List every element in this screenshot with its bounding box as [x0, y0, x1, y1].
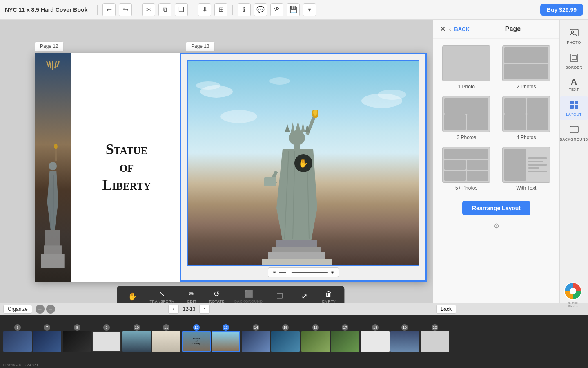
- svg-rect-26: [262, 259, 332, 265]
- cut-button[interactable]: ✂: [142, 3, 155, 16]
- copy-button[interactable]: ⧉: [158, 3, 172, 16]
- layout-4photos[interactable]: 4 Photos: [500, 96, 553, 140]
- organize-btn[interactable]: Organize: [3, 305, 32, 314]
- next-page-btn[interactable]: ›: [199, 305, 210, 314]
- copyright: © 2019 - 10.6.29.073: [3, 363, 38, 367]
- page-num-17: 17: [342, 324, 348, 331]
- layout-ph-2: [504, 64, 548, 79]
- save-button[interactable]: 💾: [287, 3, 300, 16]
- film-thumb-13[interactable]: 13: [212, 331, 240, 352]
- strip-border-btn[interactable]: BORDER: [560, 49, 588, 73]
- paste-button[interactable]: ❑: [175, 3, 188, 16]
- prev-page-btn[interactable]: ‹: [168, 305, 179, 314]
- text-line-3: [528, 164, 547, 166]
- film-thumb-10[interactable]: 10: [122, 331, 151, 352]
- buy-button[interactable]: Buy $29.99: [540, 4, 583, 16]
- film-thumb-9[interactable]: 9: [92, 331, 121, 352]
- more-button[interactable]: ▾: [303, 3, 316, 16]
- thumb-bg-10: [122, 331, 151, 352]
- page-right[interactable]: ✋ ⊟ ⊞: [180, 53, 427, 282]
- comment-button[interactable]: 💬: [254, 3, 267, 16]
- svg-marker-14: [285, 124, 290, 132]
- svg-rect-25: [268, 252, 325, 260]
- page-num-15: 15: [282, 324, 289, 331]
- expand-button[interactable]: ⊞: [214, 3, 227, 16]
- layout-withtext-thumb: [502, 147, 550, 183]
- hand-tool-btn[interactable]: ✋: [120, 289, 145, 303]
- layer-icon: ❐: [276, 292, 283, 301]
- layout-strip-label: LAYOUT: [566, 112, 581, 117]
- film-thumb-17[interactable]: 17: [331, 331, 359, 352]
- film-thumb-8[interactable]: 8: [63, 331, 91, 352]
- film-thumb-16[interactable]: 16: [301, 331, 330, 352]
- photo-icon: [569, 28, 579, 40]
- mimeo-logo: [564, 282, 582, 300]
- separator-1: [97, 5, 98, 15]
- page-left-photo: [35, 53, 71, 282]
- download-button[interactable]: ⬇: [198, 3, 211, 16]
- layer-btn[interactable]: ❐: [268, 289, 292, 303]
- separator-2: [137, 5, 137, 15]
- panel-back-btn[interactable]: BACK: [454, 26, 470, 32]
- strip-background-btn[interactable]: BACKGROUND: [560, 121, 588, 145]
- film-thumb-12[interactable]: 12 StatueofLiberty: [182, 331, 211, 352]
- film-thumb-18[interactable]: 18: [361, 331, 390, 352]
- layout-2photos[interactable]: 2 Photos: [500, 45, 553, 90]
- layout-withtext[interactable]: With Text: [500, 147, 553, 191]
- border-icon: [569, 53, 579, 65]
- film-thumb-19[interactable]: 19: [390, 331, 419, 352]
- crown-decoration: [37, 61, 69, 70]
- film-thumb-20[interactable]: 20: [421, 331, 449, 352]
- film-thumb-15[interactable]: 15: [271, 331, 300, 352]
- info-button[interactable]: ℹ: [238, 3, 251, 16]
- remove-page-btn[interactable]: −: [46, 305, 55, 314]
- layout-1photo-thumb: [442, 45, 490, 81]
- layout-1photo[interactable]: 1 Photo: [440, 45, 493, 90]
- svg-point-4: [49, 162, 57, 170]
- page-num-14: 14: [253, 324, 259, 331]
- film-thumb-11[interactable]: 11: [152, 331, 180, 352]
- move-cursor[interactable]: ✋: [294, 154, 312, 172]
- main-photo[interactable]: ✋: [187, 60, 419, 266]
- film-pair-16-17: 16 17: [301, 331, 359, 352]
- layout-2photos-thumb: [502, 45, 550, 81]
- film-thumb-6[interactable]: 6: [3, 331, 32, 352]
- layout-5plus[interactable]: 5+ Photos: [440, 147, 493, 191]
- svg-rect-30: [572, 56, 576, 60]
- undo-button[interactable]: ↩: [102, 3, 116, 16]
- panel-close-btn[interactable]: ✕: [440, 25, 446, 34]
- svg-rect-5: [45, 230, 60, 247]
- zoom-thumb[interactable]: [286, 269, 292, 275]
- zoom-slider[interactable]: [279, 272, 328, 273]
- background-strip-label: BACKGROUND: [560, 137, 588, 141]
- page-spread: StatueofLiberty: [35, 53, 427, 282]
- film-pair-14-15: 14 15: [242, 331, 300, 352]
- page-num-20: 20: [432, 324, 438, 331]
- layout-4photos-thumb: [502, 96, 550, 132]
- strip-photo-btn[interactable]: PHOTO: [560, 25, 588, 48]
- rotate-icon: ↺: [214, 289, 220, 298]
- spike-4: [54, 61, 57, 68]
- add-page-btn[interactable]: +: [36, 305, 45, 314]
- film-thumb-14[interactable]: 14: [242, 331, 270, 352]
- film-thumb-7[interactable]: 7: [33, 331, 61, 352]
- strip-layout-btn[interactable]: LAYOUT: [560, 96, 588, 120]
- rearrange-layout-btn[interactable]: Rearrange Layout: [462, 201, 530, 215]
- svg-rect-33: [570, 105, 574, 109]
- layout-ph-4a: [504, 98, 526, 114]
- layout-withtext-label: With Text: [516, 185, 536, 191]
- svg-rect-34: [575, 105, 578, 109]
- background-icon: ⬜: [244, 289, 254, 298]
- svg-rect-29: [570, 54, 578, 61]
- settings-icon[interactable]: ⚙: [494, 222, 499, 230]
- back-to-book-btn[interactable]: Back: [436, 305, 456, 314]
- svg-rect-7: [41, 254, 64, 268]
- chevron-left-icon: ‹: [449, 26, 451, 32]
- panel-bottom: ⚙: [433, 219, 559, 233]
- layout-3photos[interactable]: 3 Photos: [440, 96, 493, 140]
- thumb-bg-12: StatueofLiberty: [182, 331, 211, 352]
- redo-button[interactable]: ↪: [119, 3, 132, 16]
- strip-text-btn[interactable]: A TEXT: [560, 74, 588, 95]
- fullscreen-btn[interactable]: ⤢: [292, 289, 317, 303]
- preview-button[interactable]: 👁: [270, 3, 283, 16]
